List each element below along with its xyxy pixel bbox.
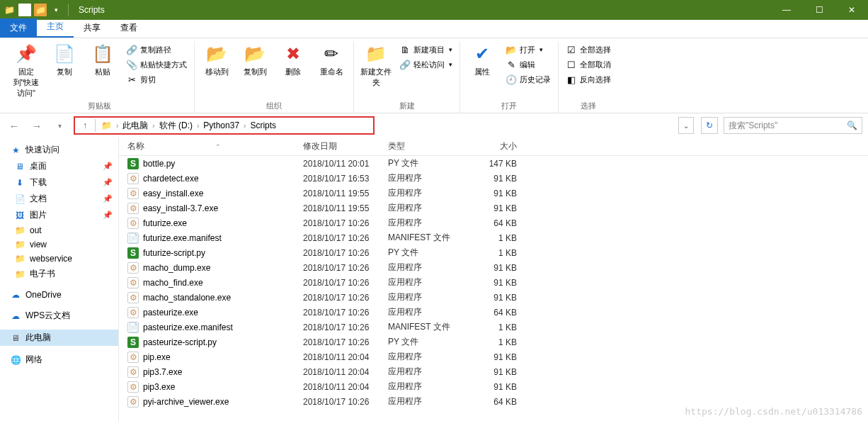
file-date: 2018/10/11 20:04 xyxy=(303,352,388,362)
delete-button[interactable]: ✖删除 xyxy=(275,41,311,79)
up-button[interactable]: ↑ xyxy=(78,120,92,130)
sidebar-item-view[interactable]: 📁view xyxy=(0,237,118,252)
invert-selection-button[interactable]: ◧反向选择 xyxy=(563,72,614,86)
breadcrumb[interactable]: ↑ 📁 › 此电脑 › 软件 (D:) › Python37 › Scripts xyxy=(74,116,375,135)
chevron-right-icon[interactable]: › xyxy=(195,122,200,130)
file-row[interactable]: ⚙easy_install.exe2018/10/11 19:55应用程序91 … xyxy=(119,186,868,201)
back-button[interactable]: ← xyxy=(6,117,23,134)
sidebar-item-ebook[interactable]: 📁电子书 xyxy=(0,266,118,282)
file-row[interactable]: ⚙macho_find.exe2018/10/17 10:26应用程序91 KB xyxy=(119,275,868,290)
file-date: 2018/10/11 19:55 xyxy=(303,189,388,198)
clipboard-group-label: 剪贴板 xyxy=(88,101,111,113)
file-row[interactable]: ⚙chardetect.exe2018/10/17 16:53应用程序91 KB xyxy=(119,171,868,186)
file-row[interactable]: Sbottle.py2018/10/11 20:01PY 文件147 KB xyxy=(119,156,868,171)
copy-path-button[interactable]: 🔗复制路径 xyxy=(123,43,190,57)
sidebar-item-wps[interactable]: ☁WPS云文档 xyxy=(0,308,118,324)
file-name: futurize.exe xyxy=(143,218,187,228)
select-none-button[interactable]: ☐全部取消 xyxy=(563,57,614,72)
ribbon-tabs: 文件 主页 共享 查看 xyxy=(0,20,868,38)
tab-share[interactable]: 共享 xyxy=(74,18,110,38)
cut-button[interactable]: ✂剪切 xyxy=(123,72,190,86)
sidebar-item-network[interactable]: 🌐网络 xyxy=(0,352,118,368)
search-input[interactable]: 搜索"Scripts" 🔍 xyxy=(724,117,862,134)
properties-button[interactable]: ✔属性 xyxy=(464,41,500,79)
move-to-button[interactable]: 📂移动到 xyxy=(199,41,234,79)
sidebar-item-out[interactable]: 📁out xyxy=(0,223,118,237)
crumb-python[interactable]: Python37 xyxy=(200,120,242,130)
sidebar-item-thispc[interactable]: 🖥此电脑 xyxy=(0,330,118,346)
minimize-button[interactable]: — xyxy=(770,0,803,20)
file-row[interactable]: 📄pasteurize.exe.manifest2018/10/17 10:26… xyxy=(119,320,868,335)
col-date[interactable]: 修改日期 xyxy=(303,140,388,152)
chevron-right-icon[interactable]: › xyxy=(242,122,247,130)
col-name[interactable]: 名称⌃ xyxy=(119,140,303,152)
refresh-button[interactable]: ↻ xyxy=(701,117,718,134)
forward-button[interactable]: → xyxy=(28,117,45,134)
file-icon: S xyxy=(127,158,139,169)
tab-home[interactable]: 主页 xyxy=(37,17,74,38)
crumb-drive[interactable]: 软件 (D:) xyxy=(156,120,195,132)
file-name: pasteurize.exe.manifest xyxy=(143,322,233,332)
file-name: futurize-script.py xyxy=(143,248,205,258)
file-row[interactable]: ⚙pasteurize.exe2018/10/17 10:26应用程序64 KB xyxy=(119,305,868,320)
file-row[interactable]: ⚙pip3.7.exe2018/10/11 20:04应用程序91 KB xyxy=(119,364,868,379)
file-row[interactable]: ⚙pip3.exe2018/10/11 20:04应用程序91 KB xyxy=(119,379,868,394)
file-size: 91 KB xyxy=(466,203,522,213)
qat-new-icon[interactable]: 📁 xyxy=(34,4,47,16)
crumb-scripts[interactable]: Scripts xyxy=(247,120,279,130)
file-size: 64 KB xyxy=(466,308,522,318)
file-row[interactable]: ⚙pip.exe2018/10/11 20:04应用程序91 KB xyxy=(119,349,868,364)
col-size[interactable]: 大小 xyxy=(466,140,522,152)
qat-props-icon[interactable]: 🗎 xyxy=(18,4,31,16)
sidebar-item-downloads[interactable]: ⬇下载📌 xyxy=(0,174,118,191)
qat-dropdown-icon[interactable]: ▾ xyxy=(50,4,62,16)
sidebar-item-documents[interactable]: 📄文档📌 xyxy=(0,191,118,207)
easy-access-button[interactable]: 🔗轻松访问▾ xyxy=(396,57,455,72)
sidebar-item-webservice[interactable]: 📁webservice xyxy=(0,252,118,266)
file-name: pasteurize.exe xyxy=(143,308,198,318)
pin-to-quick-button[interactable]: 📌固定到"快速访问" xyxy=(8,41,44,100)
history-button[interactable]: 🕘历史记录 xyxy=(503,72,554,86)
file-row[interactable]: ⚙futurize.exe2018/10/17 10:26应用程序64 KB xyxy=(119,215,868,230)
address-dropdown[interactable]: ⌄ xyxy=(678,117,694,134)
chevron-right-icon[interactable]: › xyxy=(115,122,120,130)
select-all-button[interactable]: ☑全部选择 xyxy=(563,43,614,57)
maximize-button[interactable]: ☐ xyxy=(803,0,835,20)
col-type[interactable]: 类型 xyxy=(388,140,466,152)
file-row[interactable]: ⚙macho_standalone.exe2018/10/17 10:26应用程… xyxy=(119,290,868,305)
file-row[interactable]: Spasteurize-script.py2018/10/17 10:26PY … xyxy=(119,335,868,349)
copyto-icon: 📂 xyxy=(244,43,265,65)
recent-dropdown[interactable]: ▾ xyxy=(51,117,68,134)
new-item-icon: 🗎 xyxy=(399,44,411,55)
file-icon: ⚙ xyxy=(127,203,139,214)
paste-shortcut-button[interactable]: 📎粘贴快捷方式 xyxy=(123,57,190,72)
file-row[interactable]: 📄futurize.exe.manifest2018/10/17 10:26MA… xyxy=(119,230,868,245)
rename-button[interactable]: ✏重命名 xyxy=(314,41,349,79)
sidebar-item-pictures[interactable]: 🖼图片📌 xyxy=(0,207,118,223)
document-icon: 📄 xyxy=(14,194,25,204)
file-size: 1 KB xyxy=(466,248,522,258)
sidebar-item-onedrive[interactable]: ☁OneDrive xyxy=(0,288,118,302)
paste-button[interactable]: 📋粘贴 xyxy=(85,41,120,79)
tab-file[interactable]: 文件 xyxy=(0,18,37,38)
file-type: MANIFEST 文件 xyxy=(388,321,466,333)
copy-button[interactable]: 📄复制 xyxy=(47,41,82,79)
file-row[interactable]: Sfuturize-script.py2018/10/17 10:26PY 文件… xyxy=(119,245,868,260)
close-button[interactable]: ✕ xyxy=(835,0,868,20)
folder-icon: 📁 xyxy=(14,225,25,235)
tab-view[interactable]: 查看 xyxy=(110,18,147,38)
chevron-right-icon[interactable]: › xyxy=(151,122,156,130)
sidebar-item-quick[interactable]: ★快速访问 xyxy=(0,142,118,158)
sidebar-item-desktop[interactable]: 🖥桌面📌 xyxy=(0,158,118,174)
file-row[interactable]: ⚙macho_dump.exe2018/10/17 10:26应用程序91 KB xyxy=(119,260,868,275)
file-row[interactable]: ⚙easy_install-3.7.exe2018/10/11 19:55应用程… xyxy=(119,201,868,215)
file-type: 应用程序 xyxy=(388,262,466,274)
copy-to-button[interactable]: 📂复制到 xyxy=(237,41,273,79)
open-button[interactable]: 📂打开▾ xyxy=(503,43,554,57)
edit-button[interactable]: ✎编辑 xyxy=(503,57,554,72)
crumb-pc[interactable]: 此电脑 xyxy=(120,120,151,132)
file-date: 2018/10/11 20:01 xyxy=(303,159,388,169)
download-icon: ⬇ xyxy=(14,178,25,188)
new-folder-button[interactable]: 📁新建文件夹 xyxy=(358,41,394,89)
new-item-button[interactable]: 🗎新建项目▾ xyxy=(396,43,455,57)
